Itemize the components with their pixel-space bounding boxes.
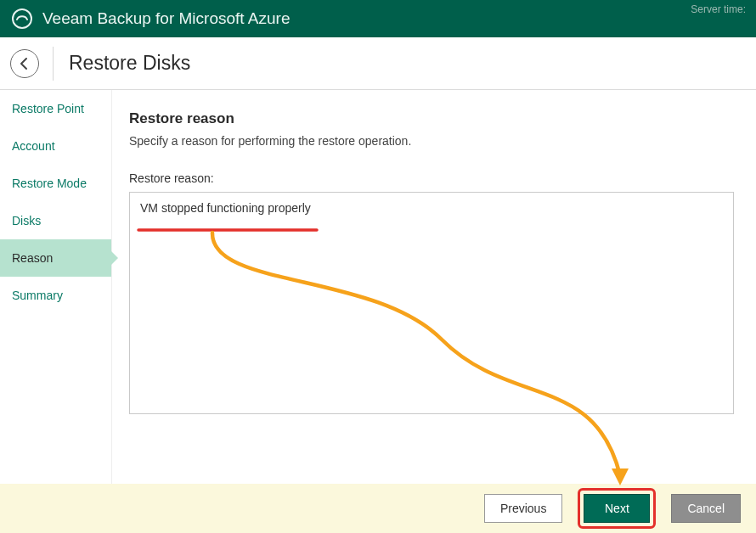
sidebar-item-label: Account	[12, 139, 55, 153]
sidebar-item-label: Disks	[12, 214, 41, 227]
server-time-label: Server time:	[691, 3, 746, 15]
reason-input[interactable]	[129, 192, 734, 414]
next-button[interactable]: Next	[584, 494, 650, 523]
cancel-button[interactable]: Cancel	[671, 494, 741, 523]
app-logo-icon	[10, 7, 34, 31]
page-title: Restore Disks	[69, 52, 190, 75]
wizard-content: Restore reason Specify a reason for perf…	[112, 90, 756, 484]
wizard-footer: Previous Next Cancel	[0, 484, 756, 533]
wizard-sidebar: Restore Point Account Restore Mode Disks…	[0, 90, 112, 484]
svg-point-0	[13, 9, 31, 28]
wizard-body: Restore Point Account Restore Mode Disks…	[0, 90, 756, 484]
previous-button[interactable]: Previous	[484, 494, 562, 523]
reason-field-label: Restore reason:	[129, 171, 736, 185]
arrow-left-icon	[18, 57, 31, 70]
sidebar-item-account[interactable]: Account	[0, 127, 111, 165]
step-heading: Restore reason	[129, 110, 736, 127]
top-bar: Veeam Backup for Microsoft Azure Server …	[0, 0, 756, 37]
sub-header: Restore Disks	[0, 37, 756, 90]
next-button-highlight: Next	[578, 488, 656, 529]
back-button[interactable]	[10, 49, 39, 78]
step-description: Specify a reason for performing the rest…	[129, 134, 736, 148]
sidebar-item-disks[interactable]: Disks	[0, 202, 111, 239]
sidebar-item-label: Reason	[12, 251, 53, 265]
header-divider	[53, 47, 54, 81]
sidebar-item-restore-point[interactable]: Restore Point	[0, 90, 111, 127]
app-title: Veeam Backup for Microsoft Azure	[42, 9, 290, 28]
sidebar-item-label: Restore Mode	[12, 177, 87, 190]
sidebar-item-summary[interactable]: Summary	[0, 277, 111, 314]
sidebar-item-restore-mode[interactable]: Restore Mode	[0, 165, 111, 202]
sidebar-item-label: Restore Point	[12, 102, 84, 115]
sidebar-item-label: Summary	[12, 289, 63, 302]
sidebar-item-reason[interactable]: Reason	[0, 239, 111, 277]
